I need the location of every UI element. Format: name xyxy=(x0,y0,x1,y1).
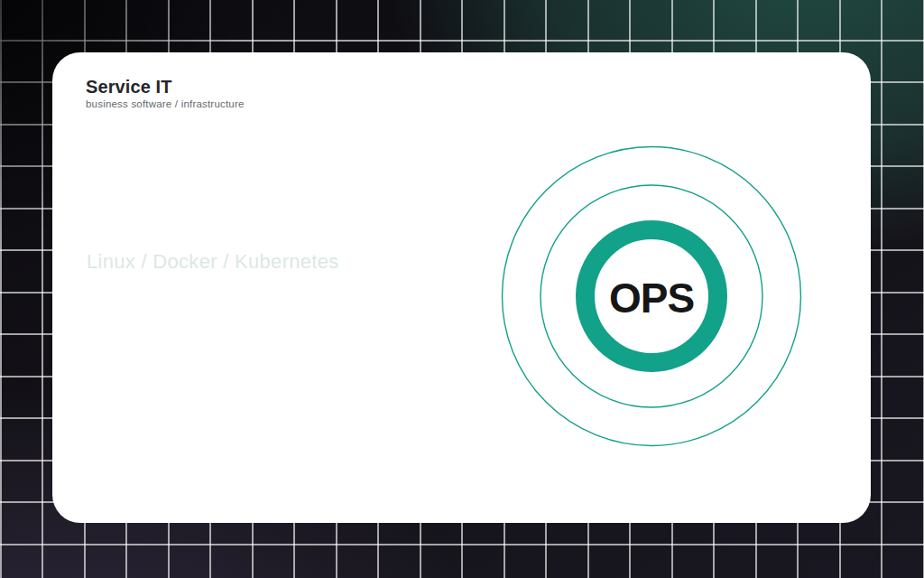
tech-stack-watermark: Linux / Docker / Kubernetes xyxy=(87,249,339,275)
brand-block: Service IT business software / infrastru… xyxy=(86,77,245,111)
concentric-rings-graphic: OPS xyxy=(498,143,805,450)
brand-subtitle: business software / infrastructure xyxy=(86,98,245,111)
slide-card: Service IT business software / infrastru… xyxy=(52,52,871,523)
brand-title: Service IT xyxy=(86,77,245,97)
grid-backdrop: Service IT business software / infrastru… xyxy=(0,0,924,578)
rings-center-label: OPS xyxy=(609,275,694,322)
